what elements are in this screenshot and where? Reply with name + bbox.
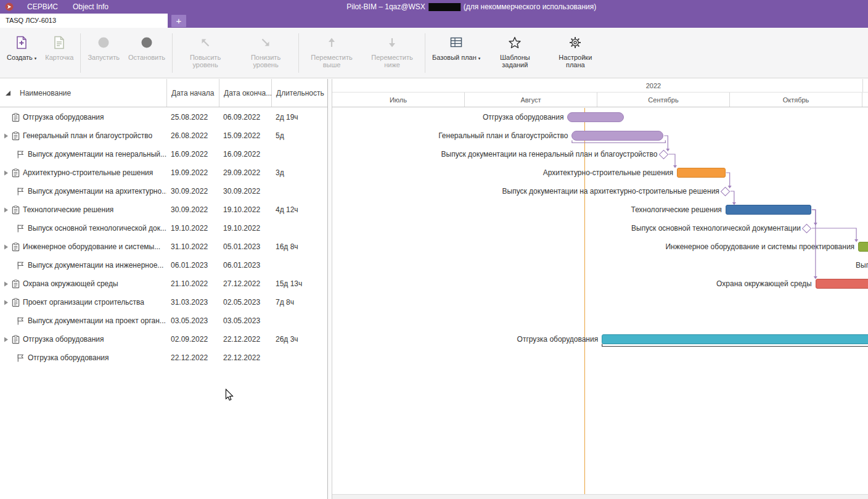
expand-icon[interactable] bbox=[4, 170, 11, 176]
gantt-year-header: 2022 bbox=[332, 79, 868, 93]
new-tab-button[interactable]: + bbox=[171, 15, 186, 27]
toolbar-button-create-doc[interactable]: Создать▾ bbox=[2, 30, 41, 76]
create-doc-icon bbox=[14, 34, 30, 51]
toolbar-button-promote: Повысить уровень bbox=[175, 30, 235, 76]
cell-end-date: 19.10.2022 bbox=[219, 224, 271, 233]
expand-icon[interactable] bbox=[4, 281, 11, 287]
table-row[interactable]: Выпуск документации на проект орган...03… bbox=[0, 311, 327, 330]
cell-start-date: 02.09.2022 bbox=[166, 335, 219, 344]
task-name: Выпуск документации на архитектурно... bbox=[28, 187, 166, 196]
table-row[interactable]: Выпуск основной технологической док...19… bbox=[0, 219, 327, 237]
tab-active[interactable]: TASQ ЛСУ-6013 bbox=[0, 14, 168, 28]
toolbar-button-baseline[interactable]: Базовый план▾ bbox=[428, 30, 485, 76]
gantt-year-label: 2022 bbox=[623, 79, 684, 93]
cell-start-date: 19.09.2022 bbox=[166, 168, 219, 177]
table-row[interactable]: Охрана окружающей среды21.10.202227.12.2… bbox=[0, 274, 327, 293]
task-clipboard-icon bbox=[11, 131, 23, 141]
cell-name: Выпуск документации на архитектурно... bbox=[0, 187, 166, 196]
sort-indicator-icon bbox=[5, 90, 11, 96]
gantt-panel: 2022 ИюльАвгустСентябрьОктябрь Отгрузка … bbox=[332, 79, 868, 499]
expand-icon[interactable] bbox=[4, 207, 11, 213]
task-name: Охрана окружающей среды bbox=[23, 279, 118, 288]
table-row[interactable]: Инженерное оборудование и системы...31.1… bbox=[0, 237, 327, 256]
expand-icon[interactable] bbox=[4, 133, 11, 139]
toolbar-button-settings[interactable]: Настройки плана bbox=[545, 30, 605, 76]
column-header-start-date[interactable]: Дата начала bbox=[166, 79, 219, 107]
milestone-flag-icon bbox=[16, 316, 28, 326]
cell-end-date: 05.01.2023 bbox=[219, 242, 271, 251]
table-row[interactable]: Генеральный план и благоустройство26.08.… bbox=[0, 126, 327, 145]
milestone-flag-icon bbox=[16, 261, 28, 270]
summary-bracket bbox=[572, 141, 665, 143]
cell-end-date: 29.09.2022 bbox=[219, 168, 271, 177]
tab-bar: TASQ ЛСУ-6013 + bbox=[0, 14, 868, 28]
toolbar-button-card: Карточка bbox=[41, 30, 78, 76]
toolbar: Создать▾КарточкаЗапуститьОстановитьПовыс… bbox=[0, 28, 868, 78]
toolbar-button-templates[interactable]: Шаблоны заданий bbox=[485, 30, 545, 76]
gantt-month-header: ИюльАвгустСентябрьОктябрь bbox=[332, 93, 868, 107]
table-row[interactable]: Выпуск документации на инженерное...06.0… bbox=[0, 256, 327, 274]
column-header-duration[interactable]: Длительность bbox=[271, 79, 327, 107]
horizontal-scrollbar[interactable] bbox=[332, 494, 868, 499]
column-header-name[interactable]: Наименование bbox=[0, 79, 166, 107]
expand-icon[interactable] bbox=[4, 337, 11, 342]
column-header-end-date[interactable]: Дата оконча... bbox=[219, 79, 271, 107]
milestone-flag-icon bbox=[16, 187, 28, 196]
cell-name: Выпуск документации на проект орган... bbox=[0, 316, 166, 326]
cell-name: Выпуск документации на генеральный... bbox=[0, 150, 166, 159]
cell-start-date: 30.09.2022 bbox=[166, 187, 219, 196]
templates-icon bbox=[507, 34, 523, 51]
window-title-suffix: (для некоммерческого использования) bbox=[464, 0, 597, 14]
table-row[interactable]: Проект организации строительства31.03.20… bbox=[0, 293, 327, 311]
expand-icon[interactable] bbox=[4, 244, 11, 250]
toolbar-separator bbox=[425, 33, 425, 73]
table-body: Отгрузка оборудования25.08.202206.09.202… bbox=[0, 108, 327, 499]
cell-duration: 4д 12ч bbox=[271, 205, 327, 214]
cell-end-date: 22.12.2022 bbox=[219, 335, 271, 344]
cell-start-date: 16.09.2022 bbox=[166, 150, 219, 159]
milestone-flag-icon bbox=[16, 224, 28, 233]
table-row[interactable]: Выпуск документации на архитектурно...30… bbox=[0, 182, 327, 200]
cell-end-date: 30.09.2022 bbox=[219, 187, 271, 196]
table-row[interactable]: Отгрузка оборудования22.12.202222.12.202… bbox=[0, 348, 327, 367]
cell-duration: 7д 8ч bbox=[271, 298, 327, 307]
cell-name: Архитектурно-строительные решения bbox=[0, 168, 166, 178]
task-clipboard-icon bbox=[11, 335, 23, 344]
task-clipboard-icon bbox=[11, 242, 23, 252]
promote-icon bbox=[197, 34, 213, 51]
expand-icon[interactable] bbox=[4, 300, 11, 305]
table-row[interactable]: Архитектурно-строительные решения19.09.2… bbox=[0, 163, 327, 182]
cell-end-date: 22.12.2022 bbox=[219, 353, 271, 362]
cell-end-date: 27.12.2022 bbox=[219, 279, 271, 288]
titlebar: СЕРВИС Object Info Pilot-BIM – 1qaz@WSX … bbox=[0, 0, 868, 14]
demote-icon bbox=[258, 34, 274, 51]
cell-end-date: 16.09.2022 bbox=[219, 150, 271, 159]
move-up-icon bbox=[324, 34, 340, 51]
menu-object-info[interactable]: Object Info bbox=[65, 0, 116, 14]
task-clipboard-icon bbox=[11, 113, 23, 122]
cell-end-date: 19.10.2022 bbox=[219, 205, 271, 214]
table-row[interactable]: Технологические решения30.09.202219.10.2… bbox=[0, 200, 327, 219]
table-row[interactable]: Отгрузка оборудования02.09.202222.12.202… bbox=[0, 330, 327, 348]
toolbar-button-label: Базовый план▾ bbox=[432, 54, 480, 62]
table-row[interactable]: Выпуск документации на генеральный...16.… bbox=[0, 145, 327, 163]
toolbar-button-label: Настройки плана bbox=[549, 54, 601, 68]
cell-duration: 16д 8ч bbox=[271, 242, 327, 251]
run-icon bbox=[96, 34, 112, 51]
toolbar-button-move-up: Переместить выше bbox=[301, 30, 362, 76]
task-name: Выпуск документации на инженерное... bbox=[28, 261, 163, 270]
table-header: Наименование Дата начала Дата оконча... … bbox=[0, 79, 327, 107]
mouse-cursor bbox=[224, 389, 234, 402]
panel-splitter[interactable] bbox=[327, 79, 332, 499]
menu-service[interactable]: СЕРВИС bbox=[20, 0, 65, 14]
task-name: Технологические решения bbox=[23, 205, 113, 214]
toolbar-button-label: Повысить уровень bbox=[179, 54, 231, 68]
cell-start-date: 25.08.2022 bbox=[166, 113, 219, 122]
toolbar-button-label: Запустить bbox=[88, 54, 120, 61]
gantt-chart-area: Отгрузка оборудованияГенеральный план и … bbox=[332, 108, 868, 494]
toolbar-button-move-down: Переместить ниже bbox=[362, 30, 422, 76]
table-row[interactable]: Отгрузка оборудования25.08.202206.09.202… bbox=[0, 108, 327, 126]
task-clipboard-icon bbox=[11, 168, 23, 178]
window-title-prefix: Pilot-BIM – 1qaz@WSX bbox=[346, 0, 425, 14]
task-table: Наименование Дата начала Дата оконча... … bbox=[0, 79, 327, 499]
